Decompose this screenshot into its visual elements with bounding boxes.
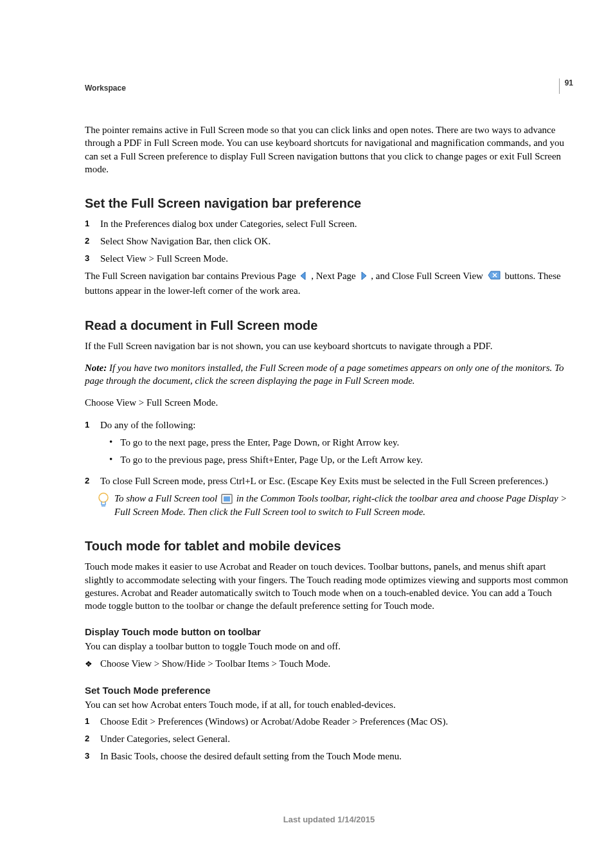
heading-set-fullscreen-nav: Set the Full Screen navigation bar prefe… [85, 196, 573, 211]
step-text: In Basic Tools, choose the desired defau… [100, 750, 573, 763]
heading-touch-mode: Touch mode for tablet and mobile devices [85, 539, 573, 554]
footer-last-updated: Last updated 1/14/2015 [85, 815, 573, 824]
step-text: Choose View > Show/Hide > Toolbar Items … [100, 657, 330, 671]
list-item: 1 Choose Edit > Preferences (Windows) or… [85, 715, 573, 728]
bullet-text: To go to the next page, press the Enter,… [120, 436, 399, 449]
list-item: 3 Select View > Full Screen Mode. [85, 252, 573, 266]
svg-point-5 [99, 493, 108, 502]
step-number: 1 [85, 217, 93, 231]
fullscreen-tool-icon [221, 493, 233, 505]
tip-block: To show a Full Screen tool in the Common… [85, 492, 573, 519]
bullet-dot: • [109, 436, 112, 449]
svg-rect-8 [224, 496, 230, 502]
step-number: 1 [85, 715, 93, 728]
step-number: 2 [85, 475, 93, 488]
subheading-set-touch-pref: Set Touch Mode preference [85, 685, 573, 696]
page-number: 91 [565, 78, 573, 87]
body-text: You can display a toolbar button to togg… [85, 640, 573, 653]
list-item: 2 Select Show Navigation Bar, then click… [85, 235, 573, 248]
list-item: 1 In the Preferences dialog box under Ca… [85, 217, 573, 231]
step-text: Select View > Full Screen Mode. [100, 252, 573, 266]
list-item: 2 To close Full Screen mode, press Ctrl+… [85, 475, 573, 488]
step-number: 2 [85, 732, 93, 746]
fullscreen-nav-description: The Full Screen navigation bar contains … [85, 269, 573, 298]
steps-touch-pref: 1 Choose Edit > Preferences (Windows) or… [85, 715, 573, 763]
step-number: 1 [85, 419, 93, 471]
text-fragment: , and Close Full Screen View [371, 271, 485, 281]
heading-read-fullscreen: Read a document in Full Screen mode [85, 318, 573, 333]
text-fragment: The Full Screen navigation bar contains … [85, 271, 298, 281]
list-item: 1 Do any of the following: •To go to the… [85, 419, 573, 471]
step-text: In the Preferences dialog box under Cate… [100, 217, 573, 231]
step-text: To close Full Screen mode, press Ctrl+L … [100, 475, 573, 488]
note-body: If you have two monitors installed, the … [85, 363, 564, 386]
section-label: Workspace [85, 84, 573, 93]
step-text: Do any of the following: [100, 420, 195, 430]
body-text: If the Full Screen navigation bar is not… [85, 339, 573, 352]
lightbulb-icon [96, 492, 111, 509]
subheading-display-touch-button: Display Touch mode button on toolbar [85, 626, 573, 637]
list-item: •To go to the next page, press the Enter… [100, 436, 573, 449]
list-item: 3 In Basic Tools, choose the desired def… [85, 750, 573, 763]
note-label: Note: [85, 363, 109, 373]
list-item: 2 Under Categories, select General. [85, 732, 573, 746]
lozenge-bullet-icon: ❖ [85, 657, 93, 671]
steps-fullscreen-nav: 1 In the Preferences dialog box under Ca… [85, 217, 573, 266]
step-text: Under Categories, select General. [100, 732, 573, 746]
step-text: Choose Edit > Preferences (Windows) or A… [100, 715, 573, 728]
sub-bullet-list: •To go to the next page, press the Enter… [100, 436, 573, 467]
steps-read-fullscreen: 1 Do any of the following: •To go to the… [85, 419, 573, 488]
bullet-text: To go to the previous page, press Shift+… [120, 453, 423, 467]
text-fragment: , Next Page [311, 271, 358, 281]
svg-marker-0 [301, 272, 305, 280]
list-item: ❖ Choose View > Show/Hide > Toolbar Item… [85, 657, 573, 671]
list-item: •To go to the previous page, press Shift… [100, 453, 573, 467]
bullet-dot: • [109, 453, 112, 467]
step-number: 3 [85, 252, 93, 266]
body-text: You can set how Acrobat enters Touch mod… [85, 698, 573, 711]
tip-text-pre: To show a Full Screen tool [114, 493, 220, 503]
svg-marker-1 [362, 272, 366, 280]
body-text: Choose View > Full Screen Mode. [85, 396, 573, 409]
close-fullscreen-icon [487, 269, 501, 284]
body-text: Touch mode makes it easier to use Acroba… [85, 560, 573, 612]
step-text: Select Show Navigation Bar, then click O… [100, 235, 573, 248]
previous-page-icon [299, 271, 307, 284]
step-number: 2 [85, 235, 93, 248]
next-page-icon [360, 271, 368, 284]
note-paragraph: Note: If you have two monitors installed… [85, 361, 573, 388]
single-step-list: ❖ Choose View > Show/Hide > Toolbar Item… [85, 657, 573, 671]
step-number: 3 [85, 750, 93, 763]
page-number-container: 91 [559, 78, 573, 94]
intro-paragraph: The pointer remains active in Full Scree… [85, 123, 573, 176]
